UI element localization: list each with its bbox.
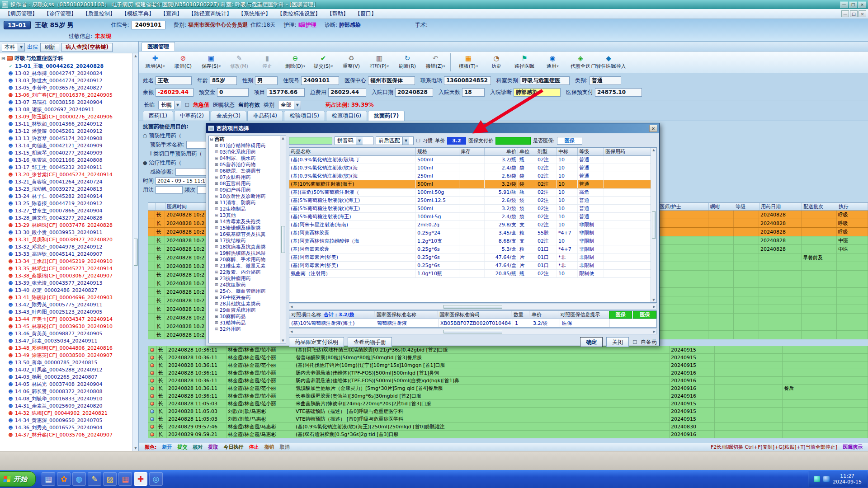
notepad-icon[interactable]: ✎ xyxy=(88,472,101,486)
drug-row[interactable]: 氨曲南（注射用） 1.0g*10瓶 20.85/瓶 瓶 02注 10 限制使 xyxy=(289,270,656,278)
expand-icon[interactable]: ⊞ xyxy=(215,270,218,274)
patient-item[interactable]: 13-42_陈秀英_00005775_20240911 xyxy=(8,301,132,308)
tray-shield-icon[interactable] xyxy=(814,476,820,482)
his-icon[interactable]: ▦ xyxy=(118,472,132,486)
toolbar-button[interactable]: ↻ 刷新(R)▾ xyxy=(393,52,421,72)
sogou-icon[interactable]: ✿ xyxy=(57,472,71,486)
menu-item[interactable]: 【质控标准设置】 xyxy=(274,10,324,18)
expand-icon[interactable]: ⊞ xyxy=(215,143,218,148)
expand-icon[interactable]: ⊞ xyxy=(215,276,218,281)
toolbar-button[interactable]: ▮ 停止▾ xyxy=(253,52,281,72)
form-field-value[interactable]: 26029.44 xyxy=(328,88,366,97)
menu-item[interactable]: 【病历管理】 xyxy=(2,10,41,18)
tree-node[interactable]: ⊞ 06糖尿、盐类调节 xyxy=(209,168,286,174)
mdi-close-button[interactable]: × xyxy=(859,10,866,17)
search-mode-select[interactable]: 拼音码▼ xyxy=(335,136,373,145)
patient-item[interactable]: 14-05_林民光_00037408_20240904 xyxy=(8,380,132,388)
expand-icon[interactable]: ⊞ xyxy=(215,301,218,306)
tree-scrollbar[interactable]: ▲▼ xyxy=(280,136,286,343)
form-field-value[interactable]: 普通 xyxy=(590,76,621,85)
expand-icon[interactable]: ⊞ xyxy=(215,244,218,249)
compare-hscrollbar[interactable]: ◀▶ xyxy=(289,328,657,334)
tree-node[interactable]: ⊞ 09妇产科用药 xyxy=(209,187,286,193)
patient-item[interactable]: 13-21_黄容喧_00041264_20240724 xyxy=(8,178,132,185)
order-row[interactable]: 长 20240829 09:59:21 林金霞/林金霞/马惠彬 (基)双石通淋胶… xyxy=(148,431,868,438)
expand-icon[interactable]: ⊞ xyxy=(215,156,218,160)
expand-icon[interactable]: ⊞ xyxy=(215,238,218,243)
tree-node[interactable]: ⊟ 西药 xyxy=(209,136,286,142)
form-field-value[interactable]: 13600824852 xyxy=(444,76,491,85)
tree-node[interactable]: ⊞ 04利尿、脱水药 xyxy=(209,155,286,161)
tree-node[interactable]: ⊞ 24抗组胺药 xyxy=(209,282,286,288)
order-type-select[interactable]: 长嘱▼ xyxy=(158,101,181,109)
toolbar-button[interactable]: ♻ 重整(V)▾ xyxy=(337,52,365,72)
expand-icon[interactable]: ⊞ xyxy=(215,282,218,287)
drug-tab[interactable]: 检验项目(5) xyxy=(284,111,325,121)
expand-icon[interactable]: ⊞ xyxy=(215,251,218,255)
patient-item[interactable]: 13-11_林钦如_00014366_20240912 xyxy=(8,120,132,127)
drug-row[interactable]: (基)5%葡萄糖注射液(软)(海王) 500ml 3.2/袋 袋 02注 10 … xyxy=(289,205,656,213)
form-field-value[interactable]: 85岁 xyxy=(210,76,237,85)
category-select[interactable]: 全部▼ xyxy=(278,101,301,109)
patient-item[interactable]: 13-32_邓兆介_00044978_20240912 xyxy=(8,243,132,250)
insurance-button-2[interactable]: 医保 xyxy=(633,311,656,319)
patient-item[interactable]: 13-38_蔡振绵[CF]_00003067_20240907 xyxy=(8,272,132,279)
patient-item[interactable]: 13-13_许赛琴_00045174_20240908 xyxy=(8,135,132,142)
start-button[interactable]: 开始 xyxy=(0,471,36,487)
toolbar-button[interactable]: ⚑ 路径医嘱▾ xyxy=(510,52,538,72)
department-node[interactable]: ⊟ 呼吸与危重症医学科 xyxy=(1,54,132,62)
tree-node[interactable]: ⊞ 17抗结核药 xyxy=(209,237,286,244)
expand-icon[interactable]: ⊞ xyxy=(215,225,218,230)
drug-table-hscrollbar[interactable]: ◀▶ xyxy=(289,304,657,310)
drug-row[interactable]: (基)阿奇霉素片(舒美) 0.25g*6s 47.64/盒 片 01口 *非 非… xyxy=(289,253,656,262)
patient-item[interactable]: 13-48_邓炳钢[CF]_00044806_20240816 xyxy=(8,344,132,352)
drug-row[interactable]: (基)0.9%氯化钠注射液(软)(海 250ml 2.6/袋 袋 02注 10 … xyxy=(289,172,656,180)
expand-icon[interactable]: ⊞ xyxy=(215,295,218,300)
form-field-value[interactable]: 18 xyxy=(462,88,485,97)
drug-row[interactable]: (基)10%葡萄糖注射液(海王) 500ml 3.2/袋 袋 02注 10 普通 xyxy=(289,180,656,188)
menu-item[interactable]: 【质量控制】 xyxy=(80,10,118,18)
toolbar-button[interactable]: ◈ 代煎全送▾ xyxy=(566,52,594,72)
patient-item[interactable]: 13-50_蒋华_00000785_20240815 xyxy=(8,359,132,366)
patient-item[interactable]: 13-23_沈幼帆_00039272_20240813 xyxy=(8,185,132,192)
drug-row[interactable]: (基)(高危)50%葡萄糖注射液（ 100ml:50g 5.91/瓶 瓶 02注… xyxy=(289,188,656,197)
form-field-value[interactable]: 呼吸与危重症医 xyxy=(520,76,570,85)
patient-item[interactable]: 13-27_甘章主_00007866_20240904 xyxy=(8,207,132,214)
patient-item[interactable]: 13-25_陈春报_00044719_20240912 xyxy=(8,200,132,207)
expand-icon[interactable]: ⊞ xyxy=(215,200,218,205)
tree-node[interactable]: ⊞ 25心、脑血管病用药 xyxy=(209,288,286,294)
form-field-value[interactable]: 王敬 xyxy=(156,76,192,85)
tree-node[interactable]: ⊞ 13其他 xyxy=(209,212,286,218)
patient-item[interactable]: 13-03_陈世杰_00044774_20240912 xyxy=(8,77,132,84)
emr-icon[interactable]: ✚ xyxy=(134,472,147,486)
form-field-value[interactable]: 15776.66 xyxy=(267,88,305,97)
radio-therapeutic[interactable]: ● xyxy=(143,160,147,166)
expand-icon[interactable]: ⊞ xyxy=(215,150,218,154)
folder-icon[interactable]: ▨ xyxy=(103,472,117,486)
expand-icon[interactable]: ⊟ xyxy=(210,137,213,141)
expand-icon[interactable]: ⊞ xyxy=(215,188,218,192)
tree-node[interactable]: ⊞ 31精神药品 xyxy=(209,319,286,326)
drug-tab[interactable]: 中草药(2) xyxy=(174,111,210,121)
patient-item[interactable]: 13-16_张雪岚_00021166_20240808 xyxy=(8,156,132,164)
discharge-toggle[interactable]: 出院 xyxy=(27,43,38,51)
patient-item[interactable]: 14-32_陈梅[CF]_00044902_20240821 xyxy=(8,409,132,417)
form-field-value[interactable]: 福州市医保体 xyxy=(368,76,415,85)
patient-item[interactable]: 13-28_滕文伟_00043277_20240828 xyxy=(8,214,132,221)
menu-item[interactable]: 【查询】 xyxy=(157,10,185,18)
patient-item[interactable]: 13-40_赵定_00002486_20240827 xyxy=(8,286,132,294)
form-field-value[interactable]: 24875.10 xyxy=(595,88,642,97)
patient-item[interactable]: 13-06_刘广春[CF]_00016376_20240905 xyxy=(8,91,132,99)
patient-item[interactable]: 13-47_邱素_00035034_20240911 xyxy=(8,337,132,344)
patient-item[interactable]: 14-37_林升銮[CF]_00035706_20240907 xyxy=(8,431,132,438)
pinyin-search-input[interactable] xyxy=(289,137,332,145)
drug-tab[interactable]: 非品药(4) xyxy=(247,111,283,121)
mdi-minimize-button[interactable]: — xyxy=(841,10,849,17)
form-field-value[interactable]: 肺部感染 xyxy=(514,88,561,97)
pay-limit-button[interactable]: 药品限定支付说明 xyxy=(289,337,344,347)
tree-node[interactable]: ⊞ 30麻醉药品 xyxy=(209,313,286,319)
tree-node[interactable]: ⊞ 03消化系统用药 xyxy=(209,149,286,155)
self-drug-checkbox[interactable]: ☐ xyxy=(632,339,637,345)
patient-item[interactable]: 13-08_诸振_0002697_20240911 xyxy=(8,106,132,113)
toolbar-button[interactable]: ▦ 模板(T)▾ xyxy=(454,52,482,72)
